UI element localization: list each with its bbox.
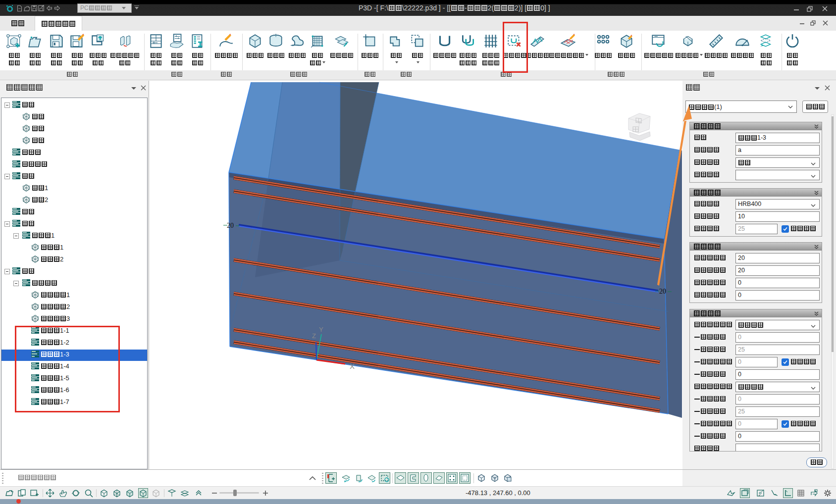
svg-text:X: X bbox=[350, 362, 355, 370]
svg-text:Z: Z bbox=[312, 332, 316, 340]
svg-text:20: 20 bbox=[227, 222, 234, 229]
svg-text:Y: Y bbox=[319, 326, 323, 333]
